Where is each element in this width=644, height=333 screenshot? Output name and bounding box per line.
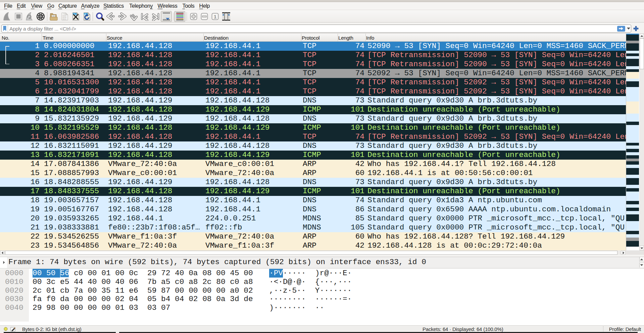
svg-text:1: 1 — [214, 14, 217, 19]
svg-text:0111: 0111 — [63, 18, 66, 20]
